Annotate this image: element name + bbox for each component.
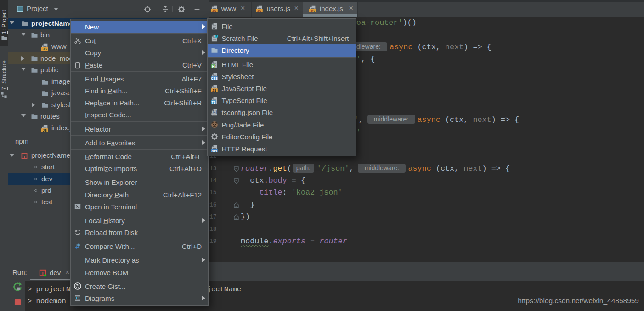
svg-text:JS: JS: [311, 9, 315, 12]
svg-text:JS: JS: [43, 47, 47, 50]
svg-text:TS: TS: [211, 101, 215, 104]
svg-text:JS: JS: [43, 128, 47, 132]
svg-text:JS: JS: [212, 9, 216, 12]
svg-text:API: API: [211, 149, 217, 152]
svg-text:JS: JS: [257, 9, 261, 12]
svg-text:CSS: CSS: [211, 77, 218, 80]
svg-text:H: H: [212, 64, 214, 68]
svg-text:JS: JS: [212, 89, 216, 92]
